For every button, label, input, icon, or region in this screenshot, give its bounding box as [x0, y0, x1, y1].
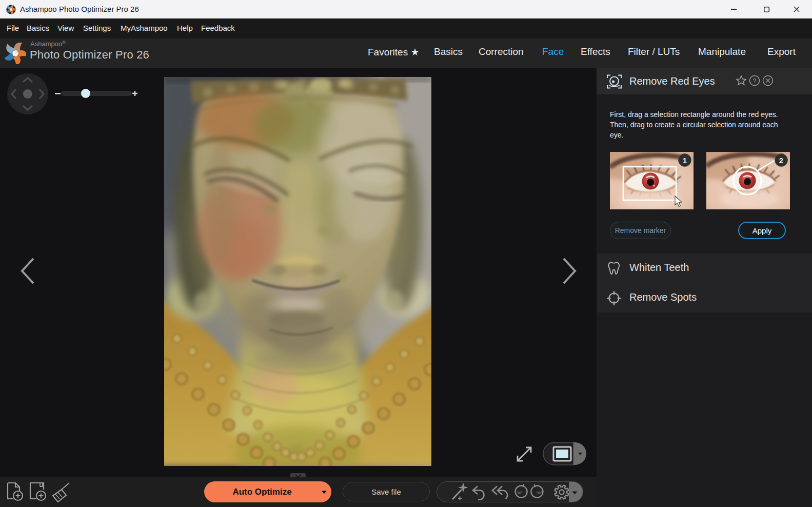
- svg-text:2: 2: [779, 156, 783, 165]
- svg-text:1: 1: [683, 156, 687, 165]
- svg-text:90°: 90°: [517, 491, 523, 495]
- svg-text:90°: 90°: [537, 491, 542, 495]
- svg-text:?: ?: [752, 77, 756, 85]
